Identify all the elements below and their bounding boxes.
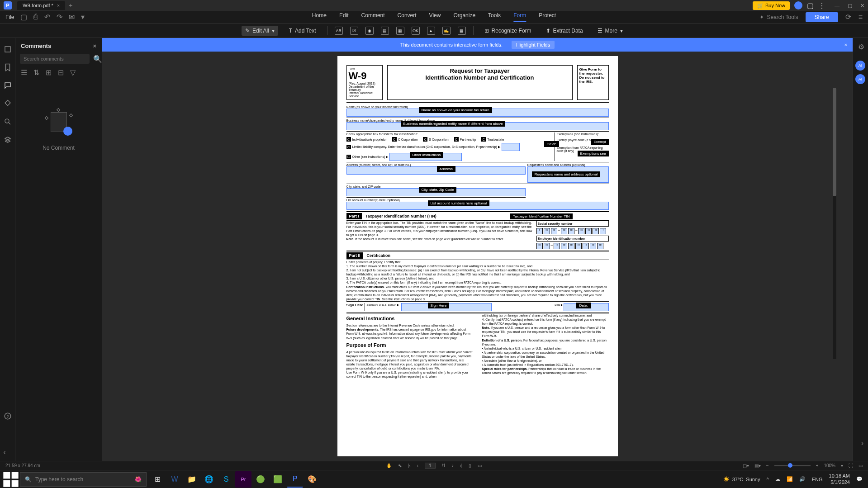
app-green-icon[interactable]: 🟢 <box>252 471 269 488</box>
page-number-input[interactable] <box>425 463 436 469</box>
attachments-icon[interactable] <box>4 99 12 108</box>
weather-widget[interactable]: ☀️ 37°C Sunny <box>723 476 760 482</box>
filter-2-icon[interactable]: ⊞ <box>46 68 52 77</box>
redo-icon[interactable]: ↷ <box>57 13 62 21</box>
zoom-in-icon[interactable]: + <box>816 463 819 468</box>
cb-llc[interactable]: C <box>346 145 351 149</box>
share-button[interactable]: Share <box>806 12 838 22</box>
select-tool-icon[interactable]: ⬉ <box>398 463 402 468</box>
help-icon[interactable]: ? <box>4 412 12 420</box>
close-icon[interactable]: ✕ <box>860 3 864 9</box>
menu-edit[interactable]: Edit <box>339 12 349 22</box>
expand-icon[interactable]: › <box>861 439 863 447</box>
document-viewport[interactable]: Form W-9 (Rev. August 2013) Department o… <box>102 52 853 461</box>
chevron-down-icon[interactable]: ▾ <box>841 463 843 468</box>
hand-tool-icon[interactable]: ✋ <box>386 463 392 468</box>
user-avatar[interactable] <box>794 1 802 9</box>
language-indicator[interactable]: ENG <box>812 477 823 482</box>
add-text-button[interactable]: T Add Text <box>285 26 320 36</box>
document-tab[interactable]: W9-form.pdf * × <box>17 1 65 10</box>
file-menu[interactable]: File <box>5 14 14 20</box>
tab-close-icon[interactable]: × <box>57 3 60 8</box>
read-mode-icon[interactable]: ▭ <box>859 463 863 468</box>
banner-close-icon[interactable]: × <box>844 42 847 47</box>
scrollbar-thumb[interactable] <box>833 88 836 196</box>
save-icon[interactable]: ▢ <box>20 13 27 21</box>
app-green2-icon[interactable]: 🟩 <box>270 471 286 488</box>
layers-icon[interactable] <box>4 136 12 144</box>
mail-icon[interactable]: ✉ <box>69 13 75 21</box>
skype-icon[interactable]: S <box>218 471 234 488</box>
premiere-icon[interactable]: Pr <box>235 471 251 488</box>
wifi-icon[interactable]: 📶 <box>787 476 793 482</box>
text-field-icon[interactable]: AB <box>335 27 343 35</box>
comments-icon[interactable] <box>4 81 12 90</box>
search-icon[interactable]: 🔍 <box>93 55 102 63</box>
menu-tools[interactable]: Tools <box>488 12 501 22</box>
sync-icon[interactable]: ⟳ <box>845 13 851 21</box>
notifications-icon[interactable]: 💬 <box>856 476 863 482</box>
tray-chevron-icon[interactable]: ^ <box>767 477 769 482</box>
onedrive-icon[interactable]: ☁ <box>775 476 780 482</box>
cb-ccorp[interactable]: C <box>392 137 397 142</box>
menu-comment[interactable]: Comment <box>361 12 385 22</box>
menu-home[interactable]: Home <box>312 12 327 22</box>
app-icon[interactable]: P <box>4 1 12 9</box>
last-page-icon[interactable]: ›| <box>460 463 463 468</box>
llc-class-field[interactable] <box>502 143 520 151</box>
combo-icon[interactable]: ▤ <box>381 27 389 35</box>
menu-protect[interactable]: Protect <box>539 12 556 22</box>
fit-width-icon[interactable]: ▢▾ <box>743 463 749 468</box>
cb-individual[interactable]: C <box>346 137 351 142</box>
clock[interactable]: 10:18 AM 5/1/2024 <box>829 473 850 485</box>
search-tools[interactable]: ✦ Search Tools <box>759 14 798 20</box>
menu-form[interactable]: Form <box>513 12 526 22</box>
view-mode-icon[interactable]: ▤▾ <box>754 463 761 468</box>
settings-icon[interactable]: ≡ <box>859 13 863 21</box>
signature-icon[interactable]: ✍ <box>442 27 451 35</box>
buy-now-button[interactable]: 🛒 Buy Now <box>753 1 790 10</box>
cb-partnership[interactable]: C <box>454 137 459 142</box>
ai-badge-2[interactable]: AI <box>855 74 865 84</box>
date-icon[interactable]: ▦ <box>458 27 466 35</box>
start-button[interactable] <box>2 470 20 488</box>
dropdown-icon[interactable]: ▾ <box>81 13 85 21</box>
notification-icon[interactable]: ▢ <box>807 1 814 10</box>
chrome-icon[interactable]: 🌐 <box>201 471 217 488</box>
filter-3-icon[interactable]: ⊟ <box>58 68 64 77</box>
collapse-icon[interactable]: ‹ <box>4 448 12 456</box>
bookmarks-icon[interactable] <box>4 63 12 71</box>
comments-search-input[interactable] <box>20 54 90 64</box>
filter-1-icon[interactable]: ⇅ <box>33 68 39 77</box>
panel-close-icon[interactable]: × <box>93 43 96 49</box>
more-button[interactable]: ☰ More ▾ <box>594 26 626 36</box>
print-icon[interactable]: ⎙ <box>33 13 38 21</box>
menu-view[interactable]: View <box>429 12 441 22</box>
explorer-icon[interactable]: 📁 <box>184 471 200 488</box>
search-icon[interactable] <box>4 118 12 126</box>
radio-icon[interactable]: ◉ <box>365 27 374 35</box>
pdfelement-icon[interactable]: P <box>287 471 303 488</box>
cb-trust[interactable]: C <box>481 137 486 142</box>
vertical-scrollbar[interactable] <box>833 88 836 359</box>
undo-icon[interactable]: ↶ <box>44 13 50 21</box>
zoom-level[interactable]: 100% <box>824 463 835 468</box>
highlight-fields-button[interactable]: Highlight Fields <box>512 41 555 49</box>
maximize-icon[interactable]: ▢ <box>848 3 852 9</box>
cb-other[interactable]: ☐ <box>346 155 351 159</box>
add-tab-icon[interactable]: + <box>69 2 72 9</box>
word-icon[interactable]: W <box>166 471 183 488</box>
paint-icon[interactable]: 🎨 <box>304 471 320 488</box>
zoom-slider[interactable] <box>774 465 811 466</box>
edit-all-button[interactable]: ✎ Edit All ▾ <box>242 26 278 36</box>
extract-data-button[interactable]: ⬆ Extract Data <box>542 26 587 36</box>
ssn-box[interactable]: I <box>536 228 543 234</box>
ein-box[interactable]: Te <box>536 243 543 249</box>
continuous-icon[interactable]: ▭ <box>478 463 482 468</box>
image-icon[interactable]: ▲ <box>427 27 435 35</box>
minimize-icon[interactable]: — <box>835 3 840 9</box>
volume-icon[interactable]: 🔊 <box>799 476 806 482</box>
list-icon[interactable]: ▦ <box>396 27 404 35</box>
menu-convert[interactable]: Convert <box>398 12 417 22</box>
cb-scorp[interactable]: C <box>423 137 427 142</box>
